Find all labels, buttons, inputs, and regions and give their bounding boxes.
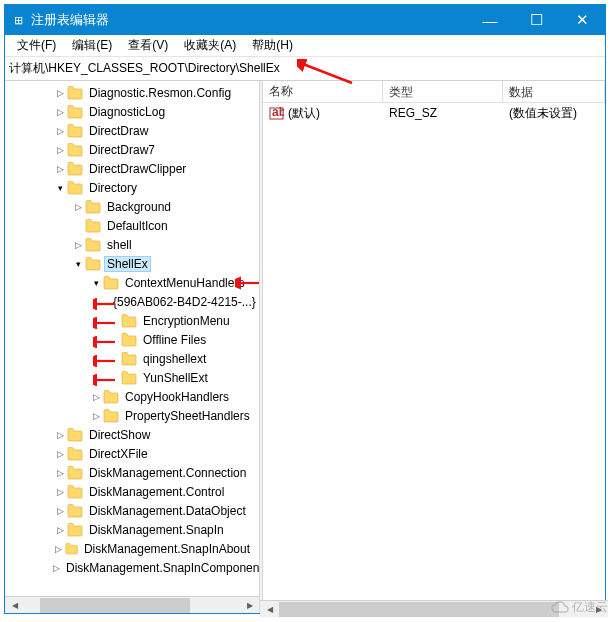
tree-pane[interactable]: ▷Diagnostic.Resmon.Config▷DiagnosticLog▷… <box>5 81 259 613</box>
chevron-right-icon[interactable]: ▷ <box>53 563 60 573</box>
tree-item[interactable]: ▷PropertySheetHandlers <box>5 406 259 425</box>
tree-item-label: Diagnostic.Resmon.Config <box>86 85 234 101</box>
minimize-button[interactable]: — <box>467 5 513 35</box>
tree-item-label: DiskManagement.Connection <box>86 465 249 481</box>
chevron-right-icon[interactable]: ▷ <box>53 88 67 98</box>
list-row[interactable]: ab(默认)REG_SZ(数值未设置) <box>263 103 605 123</box>
tree-item[interactable]: ▷Background <box>5 197 259 216</box>
chevron-right-icon[interactable]: ▷ <box>89 411 103 421</box>
tree-item-label: DiskManagement.Control <box>86 484 227 500</box>
tree-item[interactable]: ▾Directory <box>5 178 259 197</box>
tree-item-label: ContextMenuHandlers <box>122 275 247 291</box>
address-bar[interactable] <box>5 57 605 81</box>
tree-item[interactable]: ▷DirectXFile <box>5 444 259 463</box>
tree-item[interactable]: ▷DiskManagement.DataObject <box>5 501 259 520</box>
tree-item-label: DirectDraw7 <box>86 142 158 158</box>
chevron-right-icon[interactable]: ▷ <box>53 449 67 459</box>
chevron-right-icon[interactable]: ▷ <box>53 506 67 516</box>
tree-item[interactable]: ▷DirectDraw <box>5 121 259 140</box>
scroll-track[interactable] <box>277 602 591 614</box>
tree-item[interactable]: qingshellext <box>5 349 259 368</box>
tree-item[interactable]: ▷DirectDraw7 <box>5 140 259 159</box>
tree-item-label: EncryptionMenu <box>140 313 233 329</box>
close-button[interactable]: ✕ <box>559 5 605 35</box>
chevron-right-icon[interactable]: ▷ <box>53 487 67 497</box>
chevron-right-icon[interactable]: ▷ <box>53 164 67 174</box>
scroll-left-button[interactable]: ◀ <box>263 602 277 614</box>
value-list-pane[interactable]: 名称 类型 数据 ab(默认)REG_SZ(数值未设置) ◀ ▶ <box>263 81 605 613</box>
chevron-right-icon[interactable]: ▷ <box>71 202 85 212</box>
scroll-thumb[interactable] <box>279 602 559 614</box>
cloud-icon <box>550 601 570 615</box>
chevron-down-icon[interactable]: ▾ <box>71 259 85 269</box>
tree-item[interactable]: ▷DiagnosticLog <box>5 102 259 121</box>
scroll-right-button[interactable]: ▶ <box>242 598 257 613</box>
tree-item-label: DirectDrawClipper <box>86 161 189 177</box>
tree-item-label: Offline Files <box>140 332 209 348</box>
tree-item[interactable]: DefaultIcon <box>5 216 259 235</box>
menu-item[interactable]: 收藏夹(A) <box>176 35 244 56</box>
tree-item[interactable]: ▷DiskManagement.SnapInAbout <box>5 539 259 558</box>
tree-item-label: CopyHookHandlers <box>122 389 232 405</box>
chevron-right-icon[interactable]: ▷ <box>71 240 85 250</box>
tree-list: ▷Diagnostic.Resmon.Config▷DiagnosticLog▷… <box>5 83 259 577</box>
tree-item[interactable]: Offline Files <box>5 330 259 349</box>
menu-item[interactable]: 编辑(E) <box>64 35 120 56</box>
tree-item-label: DiskManagement.SnapIn <box>86 522 227 538</box>
annotation-arrow <box>297 59 357 87</box>
tree-item[interactable]: ▷DiskManagement.Control <box>5 482 259 501</box>
tree-item-label: DirectDraw <box>86 123 151 139</box>
chevron-right-icon[interactable]: ▷ <box>53 145 67 155</box>
tree-item[interactable]: ▷shell <box>5 235 259 254</box>
tree-item[interactable]: {596AB062-B4D2-4215-...} <box>5 292 259 311</box>
window-title: 注册表编辑器 <box>31 11 467 29</box>
chevron-right-icon[interactable]: ▷ <box>53 468 67 478</box>
scroll-thumb[interactable] <box>40 598 190 613</box>
chevron-right-icon[interactable]: ▷ <box>53 107 67 117</box>
tree-item-label: {596AB062-B4D2-4215-...} <box>110 294 259 310</box>
app-icon: ⊞ <box>11 13 25 27</box>
watermark: 亿速云 <box>550 599 608 616</box>
tree-item[interactable]: ▷DirectShow <box>5 425 259 444</box>
menu-item[interactable]: 文件(F) <box>9 35 64 56</box>
tree-item-label: DiskManagement.SnapInAbout <box>81 541 253 557</box>
chevron-down-icon[interactable]: ▾ <box>53 183 67 193</box>
chevron-right-icon[interactable]: ▷ <box>53 544 65 554</box>
col-data[interactable]: 数据 <box>503 81 605 102</box>
cell-name: ab(默认) <box>263 103 383 124</box>
chevron-right-icon[interactable]: ▷ <box>53 126 67 136</box>
tree-h-scrollbar[interactable]: ◀ ▶ <box>5 596 259 613</box>
tree-item-label: qingshellext <box>140 351 209 367</box>
chevron-right-icon[interactable]: ▷ <box>89 392 103 402</box>
tree-item[interactable]: ▷DiskManagement.SnapIn <box>5 520 259 539</box>
tree-item[interactable]: ▷DiskManagement.SnapInComponent <box>5 558 259 577</box>
tree-item-label: DirectShow <box>86 427 153 443</box>
regedit-window: ⊞ 注册表编辑器 — ☐ ✕ 文件(F)编辑(E)查看(V)收藏夹(A)帮助(H… <box>4 4 606 614</box>
col-type[interactable]: 类型 <box>383 81 503 102</box>
title-bar[interactable]: ⊞ 注册表编辑器 — ☐ ✕ <box>5 5 605 35</box>
tree-item[interactable]: EncryptionMenu <box>5 311 259 330</box>
tree-item-label: shell <box>104 237 135 253</box>
tree-item-label: ShellEx <box>104 256 151 272</box>
menu-item[interactable]: 查看(V) <box>120 35 176 56</box>
tree-item-label: Background <box>104 199 174 215</box>
tree-item[interactable]: ▷Diagnostic.Resmon.Config <box>5 83 259 102</box>
menu-bar: 文件(F)编辑(E)查看(V)收藏夹(A)帮助(H) <box>5 35 605 57</box>
chevron-right-icon[interactable]: ▷ <box>53 430 67 440</box>
chevron-down-icon[interactable]: ▾ <box>89 278 103 288</box>
tree-item[interactable]: ▷DiskManagement.Connection <box>5 463 259 482</box>
tree-item[interactable]: ▾ShellEx <box>5 254 259 273</box>
maximize-button[interactable]: ☐ <box>513 5 559 35</box>
tree-item[interactable]: ▾ContextMenuHandlers <box>5 273 259 292</box>
scroll-left-button[interactable]: ◀ <box>7 598 22 613</box>
tree-item[interactable]: YunShellExt <box>5 368 259 387</box>
tree-item-label: DiskManagement.DataObject <box>86 503 249 519</box>
svg-text:ab: ab <box>272 106 284 119</box>
tree-item[interactable]: ▷DirectDrawClipper <box>5 159 259 178</box>
tree-item-label: DirectXFile <box>86 446 151 462</box>
tree-item[interactable]: ▷CopyHookHandlers <box>5 387 259 406</box>
tree-item-label: DiagnosticLog <box>86 104 168 120</box>
menu-item[interactable]: 帮助(H) <box>244 35 301 56</box>
scroll-track[interactable] <box>22 598 242 613</box>
chevron-right-icon[interactable]: ▷ <box>53 525 67 535</box>
